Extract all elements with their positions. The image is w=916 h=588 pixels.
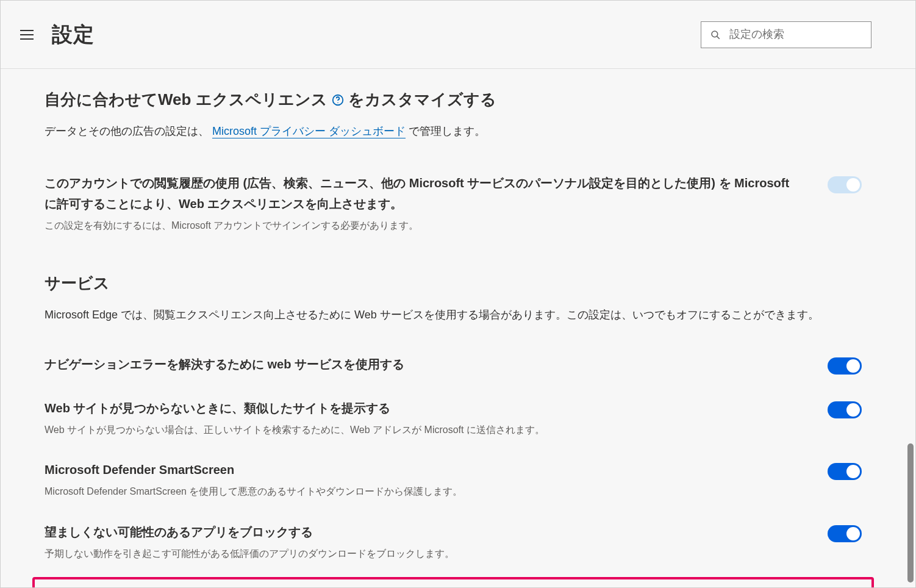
row-block-pua: 望ましくない可能性のあるアプリをブロックする 予期しない動作を引き起こす可能性が… xyxy=(45,518,862,565)
row-browsing-history: このアカウントでの閲覧履歴の使用 (広告、検索、ニュース、他の Microsof… xyxy=(45,169,862,237)
svg-point-3 xyxy=(337,102,338,102)
row-suggest-similar-sites: Web サイトが見つからないときに、類似したサイトを提示する Web サイトが見… xyxy=(45,394,862,442)
section-customize-desc: データとその他の広告の設定は、 Microsoft プライバシー ダッシュボード… xyxy=(45,124,862,138)
section-customize-heading: 自分に合わせてWeb エクスペリエンス をカスタマイズする xyxy=(45,89,862,110)
section-services-heading: サービス xyxy=(45,273,862,294)
settings-page: 設定 自分に合わせてWeb エクスペリエンス をカスタマイズする xyxy=(0,0,916,588)
row-smartscreen: Microsoft Defender SmartScreen Microsoft… xyxy=(45,456,862,503)
settings-content: 自分に合わせてWeb エクスペリエンス をカスタマイズする データとその他の広告… xyxy=(1,71,906,587)
row-title: このアカウントでの閲覧履歴の使用 (広告、検索、ニュース、他の Microsof… xyxy=(45,173,803,214)
toggle-nav-error-webservice[interactable] xyxy=(828,357,862,375)
help-icon[interactable] xyxy=(331,93,345,107)
toggle-suggest-similar-sites[interactable] xyxy=(828,401,862,418)
section-services-desc: Microsoft Edge では、閲覧エクスペリエンス向上させるために Web… xyxy=(45,307,862,322)
row-text: ナビゲーションエラーを解決するために web サービスを使用する xyxy=(45,354,803,375)
row-address-bar[interactable]: アドレス バー アドレス バーで使用されている検索候補と検索エンジンを管理します xyxy=(45,587,862,587)
row-text: Microsoft Defender SmartScreen Microsoft… xyxy=(45,459,803,500)
row-sub: Web サイトが見つからない場合は、正しいサイトを検索するために、Web アドレ… xyxy=(45,422,803,438)
section-customize-heading-suffix: をカスタマイズする xyxy=(348,89,496,110)
row-sub: 予期しない動作を引き起こす可能性がある低評価のアプリのダウンロードをブロックしま… xyxy=(45,546,803,562)
row-title: Microsoft Defender SmartScreen xyxy=(45,459,803,480)
row-text: アドレス バー アドレス バーで使用されている検索候補と検索エンジンを管理します xyxy=(45,587,824,587)
toggle-block-pua[interactable] xyxy=(828,525,862,542)
section-customize-heading-prefix: 自分に合わせてWeb エクスペリエンス xyxy=(45,89,327,110)
row-title: アドレス バー xyxy=(45,587,824,587)
row-title: ナビゲーションエラーを解決するために web サービスを使用する xyxy=(45,354,803,375)
row-title: 望ましくない可能性のあるアプリをブロックする xyxy=(45,522,803,542)
svg-point-0 xyxy=(712,31,718,37)
desc-prefix: データとその他の広告の設定は、 xyxy=(45,125,209,137)
row-title: Web サイトが見つからないときに、類似したサイトを提示する xyxy=(45,398,803,418)
row-text: 望ましくない可能性のあるアプリをブロックする 予期しない動作を引き起こす可能性が… xyxy=(45,522,803,562)
toggle-smartscreen[interactable] xyxy=(828,463,862,480)
page-title: 設定 xyxy=(52,21,95,49)
scrollbar-thumb[interactable] xyxy=(907,443,914,583)
header: 設定 xyxy=(1,1,915,69)
svg-line-1 xyxy=(717,36,720,38)
row-nav-error-webservice: ナビゲーションエラーを解決するために web サービスを使用する xyxy=(45,350,862,378)
row-sub: この設定を有効にするには、Microsoft アカウントでサインインする必要があ… xyxy=(45,218,803,234)
search-box[interactable] xyxy=(701,21,871,48)
toggle-browsing-history xyxy=(828,176,862,193)
desc-suffix: で管理します。 xyxy=(409,125,485,137)
search-icon xyxy=(710,29,721,40)
row-sub: Microsoft Defender SmartScreen を使用して悪意のあ… xyxy=(45,484,803,500)
menu-button[interactable] xyxy=(20,26,37,43)
row-text: Web サイトが見つからないときに、類似したサイトを提示する Web サイトが見… xyxy=(45,398,803,438)
row-text: このアカウントでの閲覧履歴の使用 (広告、検索、ニュース、他の Microsof… xyxy=(45,173,803,234)
row-address-bar-highlighted: アドレス バー アドレス バーで使用されている検索候補と検索エンジンを管理します xyxy=(32,577,874,587)
search-input[interactable] xyxy=(728,27,872,41)
header-left: 設定 xyxy=(20,21,95,49)
privacy-dashboard-link[interactable]: Microsoft プライバシー ダッシュボード xyxy=(212,125,406,138)
